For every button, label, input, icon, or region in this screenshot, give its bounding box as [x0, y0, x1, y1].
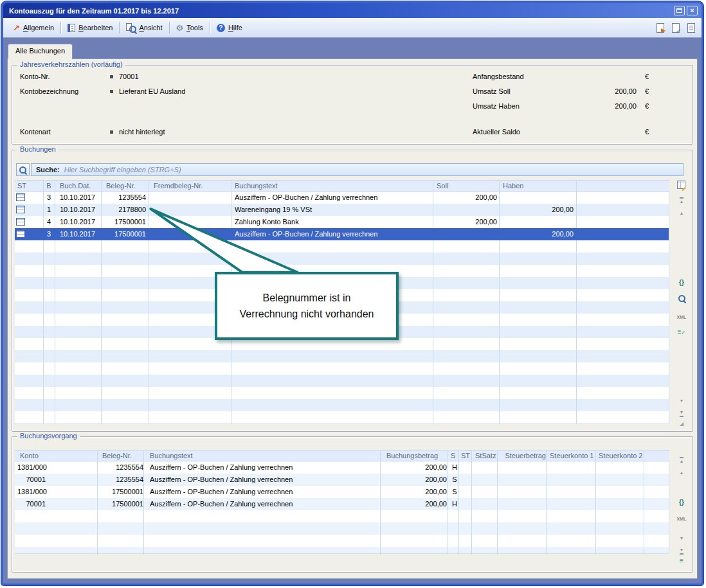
col-st[interactable]: ST [17, 182, 26, 190]
cell-haben: 200,00 [500, 230, 574, 238]
col-b[interactable]: B [43, 182, 55, 190]
cell-text: Ausziffern - OP-Buchen / Zahlung verrech… [235, 230, 377, 238]
cell-text: Ausziffern - OP-Buchen / Zahlung verrech… [235, 193, 377, 201]
cell-betrag: 200,00 [381, 476, 447, 483]
cell-b: 1 [43, 206, 55, 213]
col-steuerbetrag[interactable]: Steuerbetrag [500, 452, 546, 459]
xml-icon[interactable]: XML [675, 312, 688, 321]
col-soll[interactable]: Soll [437, 182, 448, 190]
cell-betrag: 200,00 [381, 500, 447, 508]
menu-ansicht[interactable]: Ansicht [122, 21, 167, 34]
group-jahresverkehrszahlen: Jahresverkehrszahlen (vorläufig) Konto-N… [12, 65, 693, 145]
cell-b: 3 [43, 193, 55, 201]
field-aktueller-saldo: Aktueller Saldo € [473, 127, 665, 138]
group-title: Buchungsvorgang [17, 432, 80, 440]
report-doc-icon[interactable] [687, 23, 695, 33]
cell-soll: 200,00 [434, 193, 497, 201]
scroll-bottom-icon[interactable]: ▼ [675, 407, 688, 416]
braces-icon[interactable]: {} [675, 278, 688, 287]
col-s[interactable]: S [451, 452, 455, 459]
view-magnifier-icon [126, 23, 136, 32]
resize-corner-icon[interactable]: ◢ [675, 419, 688, 428]
col-buchdat[interactable]: Buch.Dat. [60, 182, 91, 190]
cell-konto: 70001 [17, 476, 46, 483]
filter-check-icon[interactable]: ≡✓ [675, 328, 688, 337]
grid-settings-icon[interactable] [675, 180, 688, 189]
close-button[interactable]: × [687, 6, 698, 15]
search-input[interactable]: Suche: Hier Suchbegriff eingeben (STRG+S… [31, 163, 683, 176]
record-icon [16, 193, 25, 201]
col-steuerkonto-2[interactable]: Steuerkonto 2 [599, 452, 643, 459]
table-row[interactable]: 3 10.10.2017 1235554 Ausziffern - OP-Buc… [15, 192, 669, 204]
cell-text: Ausziffern - OP-Buchen / Zahlung verrech… [150, 488, 293, 495]
scroll-down-icon[interactable]: ▼ [675, 396, 688, 405]
menu-label-hilfe: Hilfe [228, 24, 242, 31]
menu-hilfe[interactable]: ? Hilfe [212, 22, 247, 34]
col-stsatz[interactable]: StSatz [475, 452, 496, 459]
cell-konto: 1381/000 [17, 488, 46, 495]
table-row[interactable]: 1381/000 1235554 Ausziffern - OP-Buchen … [15, 461, 669, 474]
scroll-up-icon[interactable]: ▲ [675, 208, 688, 217]
col-beleg-nr[interactable]: Beleg-Nr. [102, 452, 132, 459]
zoom-icon[interactable] [675, 294, 688, 303]
scroll-bottom-icon[interactable]: ▼ [675, 545, 688, 554]
cell-s: S [449, 488, 460, 495]
toolbar-separator [119, 22, 120, 33]
cell-b: 3 [43, 230, 55, 238]
export-doc-icon[interactable] [656, 23, 664, 33]
xml-icon[interactable]: XML [675, 514, 688, 523]
tab-alle-buchungen[interactable]: Alle Buchungen [8, 44, 73, 59]
table-row[interactable]: 4 10.10.2017 17500001 Zahlung Konto Bank… [15, 216, 669, 228]
scroll-top-icon[interactable]: ▲ [675, 197, 688, 206]
titlebar[interactable]: Kontoauszug für den Zeitraum 01.2017 bis… [3, 3, 701, 18]
menu-tools[interactable]: ⚙ Tools [172, 22, 208, 34]
col-beleg-nr[interactable]: Beleg-Nr. [106, 182, 136, 190]
callout-line-2: Verrechnung nicht vorhanden [239, 308, 374, 320]
search-placeholder: Hier Suchbegriff eingeben (STRG+S) [64, 166, 181, 174]
field-value: Lieferant EU Ausland [119, 87, 185, 95]
col-steuerkonto-1[interactable]: Steuerkonto 1 [550, 452, 594, 459]
table-row[interactable]: 70001 1235554 Ausziffern - OP-Buchen / Z… [15, 474, 669, 486]
cell-beleg: 17500001 [98, 500, 143, 508]
record-icon [16, 230, 25, 238]
col-buchungsbetrag[interactable]: Buchungsbetrag [386, 452, 438, 459]
toolbar: ↗ Allgemein Bearbeiten Ansicht ⚙ Tools ?… [3, 18, 701, 38]
field-label: Kontobezeichnung [20, 87, 78, 95]
search-button[interactable] [16, 163, 30, 176]
group-title: Buchungen [17, 145, 59, 153]
restore-button[interactable] [674, 6, 685, 15]
record-icon [16, 206, 25, 213]
cell-haben: 200,00 [500, 206, 574, 213]
gear-icon: ⚙ [176, 24, 184, 32]
scroll-down-icon[interactable]: ▼ [675, 533, 688, 542]
braces-icon[interactable]: {} [675, 498, 688, 507]
col-haben[interactable]: Haben [503, 182, 523, 190]
table-row[interactable]: 1 10.10.2017 2178800 Wareneingang 19 % V… [15, 204, 669, 216]
check-doc-icon[interactable]: ✓ [672, 23, 680, 33]
field-value: 70001 [119, 73, 139, 80]
col-st[interactable]: ST [461, 452, 470, 459]
menu-bearbeiten[interactable]: Bearbeiten [63, 22, 117, 34]
field-value: 200,00 [569, 102, 637, 110]
col-buchungstext[interactable]: Buchungstext [235, 182, 278, 190]
menu-allgemein[interactable]: ↗ Allgemein [8, 22, 59, 34]
menu-lines-icon[interactable]: ≡ [675, 557, 688, 566]
field-konto-nr: Konto-Nr. 70001 [20, 72, 380, 82]
cell-beleg: 1235554 [98, 463, 143, 471]
toolbar-separator [169, 22, 170, 33]
field-label: Anfangsbestand [473, 73, 524, 80]
field-label: Kontenart [20, 128, 51, 136]
scroll-top-icon[interactable]: ▲ [675, 456, 688, 465]
table-row-selected[interactable]: 3 10.10.2017 17500001 Ausziffern - OP-Bu… [15, 228, 669, 240]
scroll-up-icon[interactable]: ▲ [675, 468, 688, 477]
toolbar-right-icons: ✓ [656, 18, 695, 38]
col-buchungstext[interactable]: Buchungstext [150, 452, 193, 459]
table-row[interactable]: 1381/000 17500001 Ausziffern - OP-Buchen… [15, 486, 669, 498]
menu-label-tools: Tools [186, 24, 203, 31]
cell-b: 4 [43, 218, 55, 226]
col-konto[interactable]: Konto [20, 452, 39, 459]
col-fremdbeleg-nr[interactable]: Fremdbeleg-Nr. [154, 182, 203, 190]
field-value: nicht hinterlegt [119, 128, 165, 136]
table-row[interactable]: 70001 17500001 Ausziffern - OP-Buchen / … [15, 498, 669, 510]
toolbar-separator [210, 22, 210, 33]
